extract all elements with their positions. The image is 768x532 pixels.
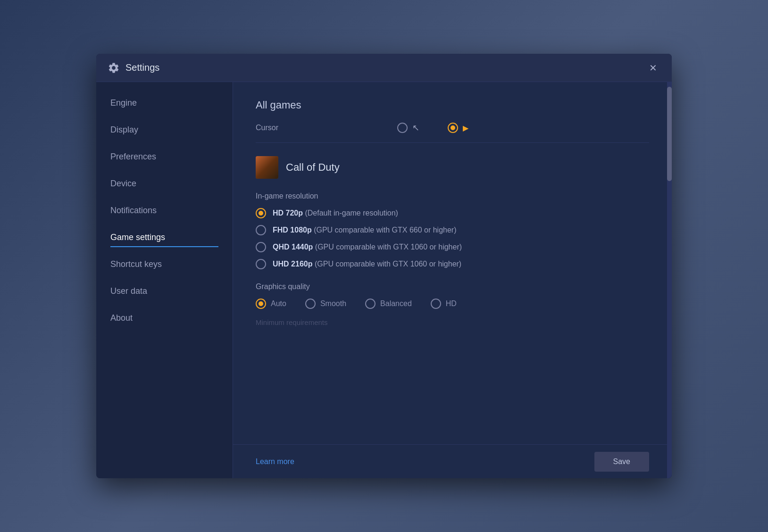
close-button[interactable]: ✕: [645, 60, 660, 75]
resolution-qhd1440[interactable]: QHD 1440p (GPU comparable with GTX 1060 …: [256, 242, 649, 252]
sidebar-item-display[interactable]: Display: [96, 116, 233, 143]
radio-smooth: [305, 299, 316, 309]
radio-auto: [256, 299, 266, 309]
sidebar-item-preferences[interactable]: Preferences: [96, 143, 233, 170]
graphics-balanced[interactable]: Balanced: [365, 299, 412, 309]
resolution-uhd2160[interactable]: UHD 2160p (GPU comparable with GTX 1060 …: [256, 259, 649, 269]
save-button[interactable]: Save: [594, 452, 649, 472]
game-title: Call of Duty: [286, 161, 340, 174]
graphics-quality-label: Graphics quality: [256, 283, 649, 291]
gear-icon: [108, 62, 120, 74]
graphics-options: Auto Smooth Balanced HD: [256, 299, 649, 309]
cursor-arrow-colored: ▶: [463, 124, 468, 133]
in-game-resolution-label: In-game resolution: [256, 192, 649, 200]
cursor-radio-selected: [448, 123, 458, 133]
graphics-auto[interactable]: Auto: [256, 299, 286, 309]
graphics-smooth[interactable]: Smooth: [305, 299, 346, 309]
sidebar-item-game-settings[interactable]: Game settings: [96, 224, 233, 251]
cursor-option-colored[interactable]: ▶: [448, 123, 468, 133]
radio-qhd1440: [256, 242, 266, 252]
cursor-label: Cursor: [256, 124, 303, 132]
radio-balanced: [365, 299, 376, 309]
modal-title: Settings: [125, 62, 645, 73]
game-header: Call of Duty: [256, 156, 649, 179]
radio-hd: [431, 299, 441, 309]
radio-hd720: [256, 208, 266, 218]
modal-body: Engine Display Preferences Device Notifi…: [96, 82, 672, 478]
learn-more-link[interactable]: Learn more: [256, 457, 294, 466]
sidebar-item-shortcut-keys[interactable]: Shortcut keys: [96, 251, 233, 278]
resolution-fhd1080[interactable]: FHD 1080p (GPU comparable with GTX 660 o…: [256, 225, 649, 235]
game-icon-img: [256, 156, 278, 179]
scrollbar-track[interactable]: [667, 82, 672, 478]
cursor-arrow-default: ↖: [412, 123, 419, 133]
scrollbar-thumb[interactable]: [667, 87, 672, 181]
cursor-option-default[interactable]: ↖: [397, 123, 419, 133]
all-games-title: All games: [256, 99, 649, 111]
sidebar-item-device[interactable]: Device: [96, 170, 233, 197]
cursor-radio-unselected: [397, 123, 408, 133]
radio-fhd1080: [256, 225, 266, 235]
radio-uhd2160: [256, 259, 266, 269]
settings-modal: Settings ✕ Engine Display Preferences De…: [96, 54, 672, 478]
main-content: All games Cursor ↖ ▶: [233, 82, 672, 444]
cursor-row: Cursor ↖ ▶: [256, 123, 649, 133]
modal-footer: Learn more Save: [233, 444, 672, 478]
graphics-hd[interactable]: HD: [431, 299, 457, 309]
cursor-options: ↖ ▶: [303, 123, 649, 133]
resolution-hd720[interactable]: HD 720p (Default in-game resolution): [256, 208, 649, 218]
sidebar-item-user-data[interactable]: User data: [96, 278, 233, 305]
modal-header: Settings ✕: [96, 54, 672, 82]
resolution-options: HD 720p (Default in-game resolution) FHD…: [256, 208, 649, 269]
divider: [256, 142, 649, 143]
sidebar-item-notifications[interactable]: Notifications: [96, 197, 233, 224]
faded-minimum-text: Minimum requirements: [256, 318, 649, 326]
sidebar-item-about[interactable]: About: [96, 305, 233, 332]
game-icon: [256, 156, 278, 179]
sidebar: Engine Display Preferences Device Notifi…: [96, 82, 233, 478]
sidebar-item-engine[interactable]: Engine: [96, 90, 233, 116]
